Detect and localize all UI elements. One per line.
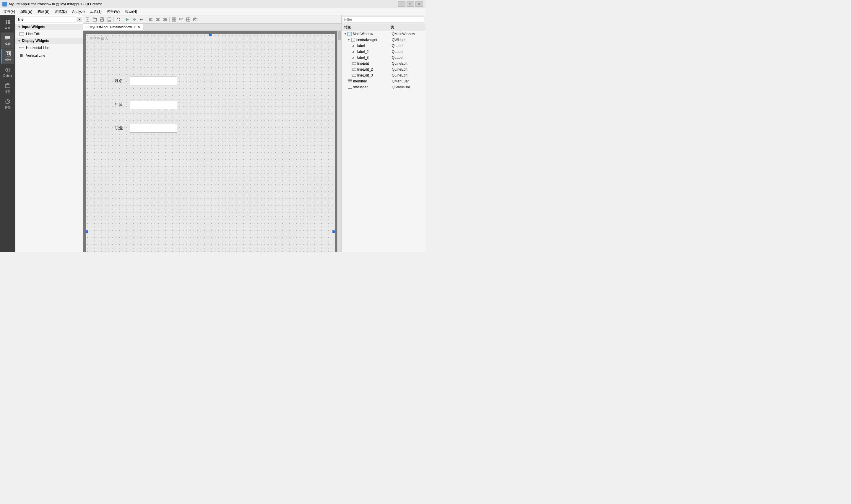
sidebar-mode-edit[interactable]: 编辑: [1, 33, 14, 48]
svg-rect-21: [19, 33, 24, 35]
field-label-age: 年龄：: [109, 102, 127, 107]
canvas-container[interactable]: 在这里输入 姓名： 年龄：: [83, 31, 337, 252]
svg-text:?: ?: [7, 100, 9, 104]
sidebar-mode-project[interactable]: 项目: [1, 80, 14, 96]
field-input-job[interactable]: [130, 124, 177, 133]
tree-item-lineedit2[interactable]: lineEdit_2 QLineEdit: [342, 67, 426, 72]
toolbar-saveall[interactable]: [106, 16, 112, 23]
resize-handle-top[interactable]: [209, 34, 212, 36]
widget-category-input[interactable]: ▼ Input Widgets: [15, 24, 83, 30]
widget-category-display[interactable]: ▼ Display Widgets: [15, 38, 83, 44]
minimize-button[interactable]: ─: [398, 1, 405, 7]
tree-item-label3[interactable]: A label_3 QLabel: [342, 55, 426, 60]
close-button[interactable]: ✕: [415, 1, 423, 7]
object-tree-filter: [342, 15, 426, 24]
svg-marker-40: [133, 18, 134, 21]
menu-debug[interactable]: 调试(D): [52, 8, 69, 15]
welcome-icon: [4, 19, 11, 25]
vscroll-thumb[interactable]: [338, 31, 341, 40]
title-text: MyFirstApp01/mainwindow.ui @ MyFirstApp0…: [9, 2, 398, 6]
toolbar-layout[interactable]: [185, 16, 192, 23]
menu-edit[interactable]: 编辑(E): [18, 8, 35, 15]
menu-analyze[interactable]: Analyze: [70, 9, 87, 15]
tree-type-lineedit2: QLineEdit: [392, 67, 424, 72]
tree-item-lineedit[interactable]: lineEdit QLineEdit: [342, 60, 426, 67]
qt-toolbar: [83, 15, 341, 24]
svg-marker-43: [140, 18, 141, 21]
widget-search-input[interactable]: [17, 17, 76, 22]
svg-rect-96: [348, 88, 352, 89]
svg-rect-32: [93, 19, 97, 21]
canvas-vscrollbar[interactable]: [337, 31, 341, 252]
svg-rect-35: [101, 19, 104, 21]
sidebar-mode-welcome-label: 欢迎: [5, 26, 11, 30]
tree-item-mainwindow[interactable]: ▼ MainWindow QMainWindow: [342, 31, 426, 37]
sidebar-mode-debug[interactable]: Debug: [1, 65, 14, 80]
menu-tools[interactable]: 工具(T): [88, 8, 104, 15]
toolbar-align-center[interactable]: [155, 16, 161, 23]
tree-item-centralwidget[interactable]: ▼ centralwidget QWidget: [342, 37, 426, 43]
tree-obj-centralwidget: centralwidget: [356, 38, 392, 42]
svg-text:A: A: [352, 44, 355, 48]
maximize-button[interactable]: □: [406, 1, 414, 7]
category-arrow-display: ▼: [18, 39, 21, 42]
toolbar-open[interactable]: [92, 16, 98, 23]
menu-widgets[interactable]: 控件(W): [105, 8, 122, 15]
toolbar-screenshot[interactable]: [192, 16, 199, 23]
form-canvas[interactable]: 在这里输入 姓名： 年龄：: [86, 34, 335, 252]
svg-rect-2: [6, 22, 7, 24]
toolbar-save[interactable]: [99, 16, 105, 23]
tree-item-menubar[interactable]: menubar QMenuBar: [342, 78, 426, 84]
toolbar-grid[interactable]: [171, 16, 177, 23]
widget-item-hline[interactable]: Horizontal Line: [15, 44, 83, 52]
mainwindow-icon: [347, 32, 352, 36]
toolbar-build1[interactable]: [124, 16, 131, 23]
sidebar-mode-help[interactable]: ? 帮助: [1, 96, 14, 112]
form-field-age: 年龄：: [109, 100, 177, 109]
edit-mode-icon: [4, 35, 11, 41]
tree-item-statusbar[interactable]: statusbar QStatusBar: [342, 84, 426, 90]
sidebar-mode-design-label: 设计: [5, 58, 11, 62]
widget-item-vline[interactable]: Vertical Line: [15, 52, 83, 59]
tree-obj-label2: label_2: [357, 50, 392, 54]
canvas-area: 在这里输入 姓名： 年龄：: [83, 31, 341, 252]
file-tab-mainwindow[interactable]: ⊞ MyFirstApp01/mainwindow.ui ✕: [83, 24, 143, 31]
tree-item-label[interactable]: A label QLabel: [342, 43, 426, 49]
file-tab-close[interactable]: ✕: [137, 25, 141, 29]
toolbar-revert[interactable]: [115, 16, 122, 23]
file-tab-bar: ⊞ MyFirstApp01/mainwindow.ui ✕: [83, 24, 341, 31]
toolbar-align-right[interactable]: [162, 16, 168, 23]
svg-rect-37: [108, 17, 111, 21]
tree-obj-label3: label_3: [357, 56, 392, 60]
sidebar-mode-help-label: 帮助: [5, 106, 11, 110]
tree-item-lineedit3[interactable]: lineEdit_3 QLineEdit: [342, 72, 426, 78]
tree-item-label2[interactable]: A label_2 QLabel: [342, 49, 426, 55]
tree-type-label2: QLabel: [392, 50, 424, 54]
tree-type-mainwindow: QMainWindow: [392, 32, 424, 36]
toolbar-grid2[interactable]: [178, 16, 184, 23]
widget-search-clear[interactable]: ✕: [76, 17, 82, 22]
menu-build[interactable]: 构建(B): [35, 8, 52, 15]
menu-help[interactable]: 帮助(H): [123, 8, 140, 15]
toolbar-align-left[interactable]: [147, 16, 154, 23]
resize-handle-right[interactable]: [332, 230, 335, 233]
toolbar-build2[interactable]: [131, 16, 138, 23]
field-input-name[interactable]: [130, 76, 177, 85]
menu-file[interactable]: 文件(F): [1, 8, 17, 15]
statusbar-icon: [347, 85, 352, 90]
resize-handle-left[interactable]: [86, 230, 88, 233]
sidebar-mode-welcome[interactable]: 欢迎: [1, 17, 14, 32]
design-mode-icon: [5, 51, 12, 57]
widget-item-lineedit[interactable]: Line Edit: [15, 30, 83, 38]
display-widgets-label: Display Widgets: [22, 39, 49, 43]
toolbar-new[interactable]: [85, 16, 91, 23]
vline-icon: [19, 53, 24, 58]
object-filter-input[interactable]: [343, 17, 424, 22]
sidebar-mode-design[interactable]: 设计: [1, 49, 14, 64]
vline-label: Vertical Line: [26, 53, 45, 58]
project-icon: [4, 83, 11, 89]
field-input-age[interactable]: [130, 100, 177, 109]
label2-icon: A: [351, 49, 356, 54]
sidebar-mode-edit-label: 编辑: [5, 42, 11, 46]
toolbar-build3[interactable]: [138, 16, 145, 23]
